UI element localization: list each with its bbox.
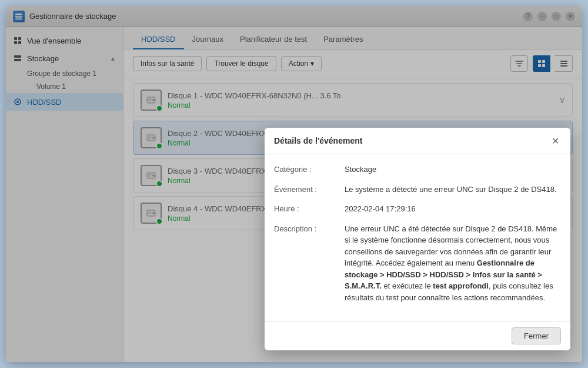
modal-footer: Fermer	[265, 321, 570, 350]
modal-close-button[interactable]: ✕	[549, 135, 561, 147]
main-window: Gestionnaire de stockage ? − □ ✕ Vue d'	[6, 6, 582, 362]
modal-row-category: Catégorie : Stockage	[274, 164, 561, 175]
desc-value: Une erreur UNC a été détectée sur Disque…	[345, 223, 561, 304]
event-value: Le système a détecté une erreur UNC sur …	[345, 184, 561, 195]
modal-row-desc: Description : Une erreur UNC a été détec…	[274, 223, 561, 304]
desc-text-middle: et exécutez le	[382, 281, 433, 290]
modal-row-time: Heure : 2022-02-04 17:29:16	[274, 203, 561, 215]
time-value: 2022-02-04 17:29:16	[345, 203, 561, 215]
desc-bold-2: test approfondi	[433, 281, 489, 290]
modal-overlay: Détails de l'événement ✕ Catégorie : Sto…	[6, 6, 582, 362]
time-label: Heure :	[274, 203, 345, 215]
modal-row-event: Événement : Le système a détecté une err…	[274, 184, 561, 195]
modal-header: Détails de l'événement ✕	[265, 128, 570, 154]
desc-label: Description :	[274, 223, 345, 304]
modal-body: Catégorie : Stockage Événement : Le syst…	[265, 154, 570, 321]
category-value: Stockage	[345, 164, 561, 175]
category-label: Catégorie :	[274, 164, 345, 175]
modal-title: Détails de l'événement	[274, 136, 362, 145]
modal-close-btn[interactable]: Fermer	[512, 327, 561, 344]
event-label: Événement :	[274, 184, 345, 195]
event-details-modal: Détails de l'événement ✕ Catégorie : Sto…	[265, 128, 570, 350]
